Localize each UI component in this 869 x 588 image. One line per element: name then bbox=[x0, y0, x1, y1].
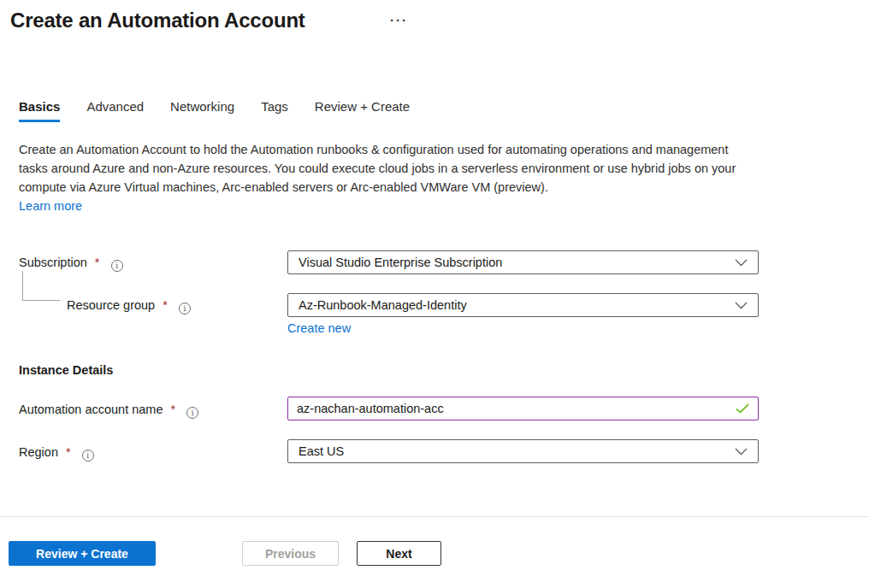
review-create-button[interactable]: Review + Create bbox=[9, 541, 156, 566]
account-name-field bbox=[287, 397, 759, 420]
subscription-dropdown-value: Visual Studio Enterprise Subscription bbox=[299, 256, 502, 269]
instance-details-heading: Instance Details bbox=[19, 363, 113, 377]
chevron-down-icon bbox=[735, 302, 748, 309]
valid-check-icon bbox=[736, 403, 749, 414]
region-dropdown[interactable]: East US bbox=[287, 439, 759, 463]
intro-description: Create an Automation Account to hold the… bbox=[19, 140, 758, 197]
automation-account-name-input[interactable] bbox=[297, 402, 729, 415]
subscription-label: Subscription * i bbox=[19, 256, 123, 272]
region-label: Region * i bbox=[19, 445, 94, 462]
info-icon[interactable]: i bbox=[186, 407, 198, 419]
region-dropdown-value: East US bbox=[299, 444, 344, 458]
required-asterisk: * bbox=[66, 445, 71, 459]
tab-basics[interactable]: Basics bbox=[19, 99, 60, 122]
resource-group-dropdown[interactable]: Az-Runbook-Managed-Identity bbox=[287, 293, 759, 317]
more-options-button[interactable]: ··· bbox=[390, 12, 408, 29]
chevron-down-icon bbox=[735, 259, 748, 267]
subscription-label-text: Subscription bbox=[19, 256, 87, 269]
resource-group-label-text: Resource group bbox=[67, 298, 155, 312]
info-icon[interactable]: i bbox=[111, 260, 123, 272]
learn-more-link[interactable]: Learn more bbox=[19, 199, 82, 213]
region-label-text: Region bbox=[19, 445, 58, 459]
create-new-link[interactable]: Create new bbox=[287, 321, 351, 335]
account-name-label: Automation account name * i bbox=[19, 403, 198, 419]
info-icon[interactable]: i bbox=[82, 450, 94, 462]
page-title: Create an Automation Account bbox=[10, 9, 305, 32]
subscription-dropdown[interactable]: Visual Studio Enterprise Subscription bbox=[287, 250, 759, 274]
tab-tags[interactable]: Tags bbox=[261, 99, 288, 122]
required-asterisk: * bbox=[163, 298, 168, 312]
resource-group-connector-line bbox=[22, 271, 60, 301]
resource-group-dropdown-value: Az-Runbook-Managed-Identity bbox=[299, 298, 467, 312]
info-icon[interactable]: i bbox=[179, 303, 191, 315]
resource-group-label: Resource group * i bbox=[67, 298, 191, 315]
chevron-down-icon bbox=[735, 448, 748, 456]
next-button[interactable]: Next bbox=[357, 541, 441, 566]
previous-button[interactable]: Previous bbox=[242, 541, 339, 566]
tab-bar: Basics Advanced Networking Tags Review +… bbox=[19, 99, 410, 122]
required-asterisk: * bbox=[95, 256, 100, 269]
required-asterisk: * bbox=[171, 403, 176, 416]
footer-divider bbox=[0, 516, 869, 517]
create-automation-account-page: Create an Automation Account ··· Basics … bbox=[0, 0, 869, 588]
tab-review-create[interactable]: Review + Create bbox=[315, 99, 410, 122]
account-name-label-text: Automation account name bbox=[19, 403, 163, 416]
tab-networking[interactable]: Networking bbox=[170, 99, 234, 122]
tab-advanced[interactable]: Advanced bbox=[86, 99, 144, 122]
